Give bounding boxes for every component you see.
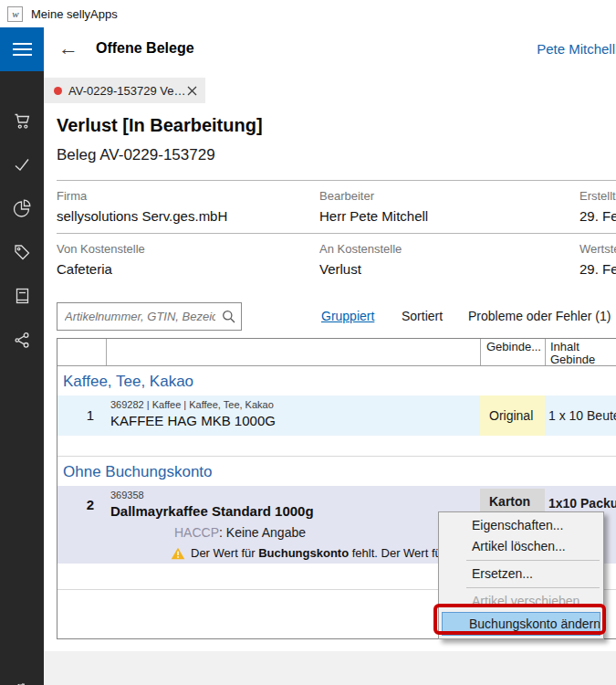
field-erstellt: Erstellt 29. Feb — [579, 189, 616, 224]
app-window: w Meine sellyApps — [0, 0, 616, 685]
filter-sortiert[interactable]: Sortiert — [402, 309, 443, 323]
document-fields: Firma sellysolutions Serv.ges.mbH Bearbe… — [57, 180, 616, 286]
column-divider — [106, 339, 107, 365]
field-an-kostenstelle: An Kostenstelle Verlust — [319, 242, 578, 277]
article-search — [57, 302, 242, 331]
page-title: Offene Belege — [96, 40, 194, 57]
table-row[interactable]: 1 369282 | Kaffee | Kaffee, Tee, Kakao K… — [57, 395, 616, 436]
window-title: Meine sellyApps — [31, 7, 118, 21]
field-von-kostenstelle: Von Kostenstelle Cafeteria — [57, 242, 318, 277]
hamburger-menu-icon[interactable] — [0, 27, 44, 71]
filter-gruppiert[interactable]: Gruppiert — [321, 309, 374, 323]
field-firma: Firma sellysolutions Serv.ges.mbH — [57, 189, 318, 224]
column-divider — [545, 339, 546, 365]
field-bearbeiter: Bearbeiter Herr Pete Mitchell — [319, 189, 578, 224]
menu-item-buchungskonto-aendern[interactable]: Buchungskonto ändern... — [442, 612, 600, 636]
bottom-strip — [44, 651, 616, 685]
search-icon[interactable] — [222, 310, 235, 327]
menu-item-artikel-loeschen[interactable]: Artikel löschen... — [439, 536, 603, 557]
menu-separator — [466, 560, 600, 561]
group-header-kaffee[interactable]: Kaffee, Tee, Kakao — [57, 366, 616, 395]
tag-icon[interactable] — [0, 230, 44, 274]
row-spacer — [57, 436, 616, 456]
sidebar — [0, 27, 44, 685]
menu-item-ersetzen[interactable]: Ersetzen... — [439, 564, 603, 585]
checkmark-icon[interactable] — [0, 142, 44, 186]
warning-icon — [171, 547, 185, 560]
back-arrow-icon[interactable]: ← — [58, 36, 78, 61]
filter-probleme[interactable]: Probleme oder Fehler (1) — [468, 309, 611, 323]
tab-label: AV-0229-153729 Ve… — [68, 84, 185, 98]
close-icon[interactable] — [187, 86, 197, 96]
page-header: ← Offene Belege Pete Mitchell — [44, 27, 616, 71]
shopping-cart-icon[interactable] — [0, 99, 44, 142]
app-logo-icon: w — [7, 6, 23, 22]
pie-chart-icon[interactable] — [0, 186, 44, 230]
menu-item-artikel-verschieben[interactable]: Artikel verschieben... — [439, 591, 603, 612]
field-wertstellung: Wertstellung 29. Feb — [579, 242, 616, 277]
context-menu: Eigenschaften... Artikel löschen... Erse… — [438, 511, 604, 639]
document-number: Beleg AV-0229-153729 — [57, 146, 215, 164]
unsaved-dot-icon — [54, 87, 62, 95]
row-number: 1 — [57, 407, 106, 423]
window-titlebar: w Meine sellyApps — [0, 0, 616, 27]
search-input[interactable] — [57, 303, 241, 330]
column-header-inhalt: Inhalt Gebinde — [550, 341, 595, 366]
inhalt-gebinde-value: 1x10 Packungen — [548, 496, 616, 511]
gear-icon[interactable] — [0, 669, 44, 685]
group-header-ohne-buchungskonto[interactable]: Ohne Buchungskonto — [57, 456, 616, 486]
column-divider — [480, 339, 481, 365]
menu-item-eigenschaften[interactable]: Eigenschaften... — [439, 515, 603, 536]
share-icon[interactable] — [0, 318, 44, 362]
document-tab[interactable]: AV-0229-153729 Ve… — [44, 78, 205, 103]
menu-separator — [466, 587, 600, 588]
row-number: 2 — [57, 497, 106, 512]
table-header: Gebinde... Inhalt Gebinde — [57, 339, 616, 366]
column-header-gebinde: Gebinde... — [486, 341, 541, 353]
gebinde-badge: Original — [480, 395, 545, 436]
inhalt-gebinde-value: 1 x 10 Beutel — [548, 395, 616, 436]
book-icon[interactable] — [0, 274, 44, 318]
user-link[interactable]: Pete Mitchell — [537, 41, 615, 57]
gebinde-badge: Karton — [480, 489, 545, 514]
document-title: Verlust [In Bearbeitung] — [57, 115, 263, 136]
